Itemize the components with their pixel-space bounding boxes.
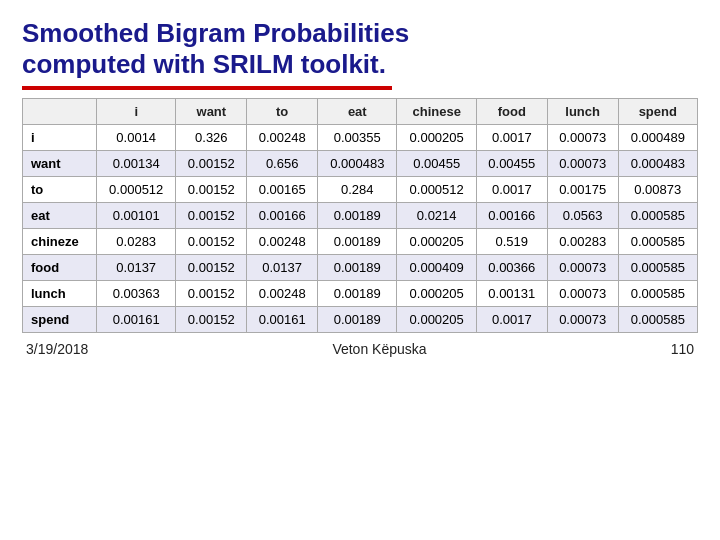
- row-label: to: [23, 177, 97, 203]
- cell: 0.000585: [618, 281, 697, 307]
- table-row: chineze0.02830.001520.002480.001890.0002…: [23, 229, 698, 255]
- row-label: lunch: [23, 281, 97, 307]
- cell: 0.000585: [618, 229, 697, 255]
- cell: 0.000205: [397, 125, 476, 151]
- cell: 0.000489: [618, 125, 697, 151]
- header-chinese: chinese: [397, 99, 476, 125]
- cell: 0.00152: [176, 255, 247, 281]
- cell: 0.000512: [97, 177, 176, 203]
- footer-author: Veton Këpuska: [332, 341, 426, 357]
- cell: 0.00073: [547, 255, 618, 281]
- cell: 0.00189: [318, 203, 397, 229]
- table-row: lunch0.003630.001520.002480.001890.00020…: [23, 281, 698, 307]
- row-label: food: [23, 255, 97, 281]
- cell: 0.000512: [397, 177, 476, 203]
- cell: 0.00073: [547, 281, 618, 307]
- header-empty: [23, 99, 97, 125]
- cell: 0.00166: [476, 203, 547, 229]
- cell: 0.00161: [247, 307, 318, 333]
- cell: 0.000205: [397, 229, 476, 255]
- cell: 0.00152: [176, 307, 247, 333]
- cell: 0.000585: [618, 307, 697, 333]
- cell: 0.00248: [247, 229, 318, 255]
- cell: 0.00455: [397, 151, 476, 177]
- cell: 0.00248: [247, 281, 318, 307]
- footer-date: 3/19/2018: [26, 341, 88, 357]
- cell: 0.00152: [176, 203, 247, 229]
- cell: 0.00101: [97, 203, 176, 229]
- row-label: spend: [23, 307, 97, 333]
- footer: 3/19/2018 Veton Këpuska 110: [22, 341, 698, 357]
- cell: 0.284: [318, 177, 397, 203]
- cell: 0.00175: [547, 177, 618, 203]
- cell: 0.00152: [176, 151, 247, 177]
- header-to: to: [247, 99, 318, 125]
- header-eat: eat: [318, 99, 397, 125]
- cell: 0.00283: [547, 229, 618, 255]
- bigram-table: iwanttoeatchinesefoodlunchspend i0.00140…: [22, 98, 698, 333]
- cell: 0.000409: [397, 255, 476, 281]
- cell: 0.000585: [618, 255, 697, 281]
- cell: 0.0137: [247, 255, 318, 281]
- cell: 0.00366: [476, 255, 547, 281]
- header-want: want: [176, 99, 247, 125]
- header-lunch: lunch: [547, 99, 618, 125]
- page: Smoothed Bigram Probabilities computed w…: [0, 0, 720, 540]
- cell: 0.00355: [318, 125, 397, 151]
- cell: 0.00073: [547, 125, 618, 151]
- table-header-row: iwanttoeatchinesefoodlunchspend: [23, 99, 698, 125]
- cell: 0.00248: [247, 125, 318, 151]
- cell: 0.00073: [547, 307, 618, 333]
- cell: 0.00189: [318, 229, 397, 255]
- cell: 0.0137: [97, 255, 176, 281]
- table-row: to0.0005120.001520.001650.2840.0005120.0…: [23, 177, 698, 203]
- table-row: want0.001340.001520.6560.0004830.004550.…: [23, 151, 698, 177]
- cell: 0.00166: [247, 203, 318, 229]
- table-row: spend0.001610.001520.001610.001890.00020…: [23, 307, 698, 333]
- cell: 0.00152: [176, 229, 247, 255]
- cell: 0.00455: [476, 151, 547, 177]
- cell: 0.000205: [397, 281, 476, 307]
- cell: 0.0014: [97, 125, 176, 151]
- cell: 0.0017: [476, 307, 547, 333]
- cell: 0.0017: [476, 125, 547, 151]
- cell: 0.00189: [318, 307, 397, 333]
- header-spend: spend: [618, 99, 697, 125]
- cell: 0.0283: [97, 229, 176, 255]
- cell: 0.00873: [618, 177, 697, 203]
- cell: 0.326: [176, 125, 247, 151]
- cell: 0.656: [247, 151, 318, 177]
- table-body: i0.00140.3260.002480.003550.0002050.0017…: [23, 125, 698, 333]
- table-row: food0.01370.001520.01370.001890.0004090.…: [23, 255, 698, 281]
- row-label: want: [23, 151, 97, 177]
- cell: 0.519: [476, 229, 547, 255]
- cell: 0.00073: [547, 151, 618, 177]
- cell: 0.0563: [547, 203, 618, 229]
- cell: 0.00363: [97, 281, 176, 307]
- cell: 0.00189: [318, 281, 397, 307]
- header-food: food: [476, 99, 547, 125]
- cell: 0.000205: [397, 307, 476, 333]
- cell: 0.000483: [318, 151, 397, 177]
- cell: 0.0214: [397, 203, 476, 229]
- cell: 0.00161: [97, 307, 176, 333]
- cell: 0.00134: [97, 151, 176, 177]
- row-label: eat: [23, 203, 97, 229]
- title-underline: [22, 86, 392, 90]
- row-label: chineze: [23, 229, 97, 255]
- cell: 0.00152: [176, 281, 247, 307]
- table-row: i0.00140.3260.002480.003550.0002050.0017…: [23, 125, 698, 151]
- slide-title: Smoothed Bigram Probabilities computed w…: [22, 18, 698, 80]
- table-row: eat0.001010.001520.001660.001890.02140.0…: [23, 203, 698, 229]
- cell: 0.00152: [176, 177, 247, 203]
- cell: 0.0017: [476, 177, 547, 203]
- footer-page: 110: [671, 341, 694, 357]
- cell: 0.00189: [318, 255, 397, 281]
- header-i: i: [97, 99, 176, 125]
- row-label: i: [23, 125, 97, 151]
- cell: 0.000483: [618, 151, 697, 177]
- cell: 0.00165: [247, 177, 318, 203]
- cell: 0.000585: [618, 203, 697, 229]
- cell: 0.00131: [476, 281, 547, 307]
